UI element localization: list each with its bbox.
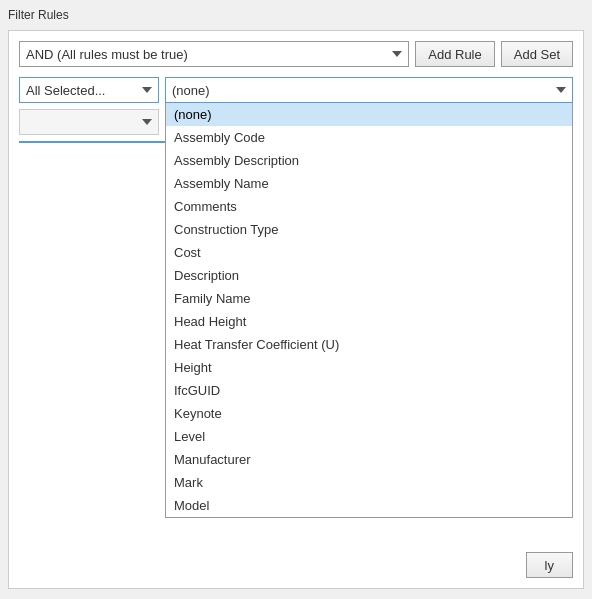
list-item[interactable]: Mark	[166, 471, 572, 494]
none-label: (none)	[172, 83, 210, 98]
list-item[interactable]: Assembly Name	[166, 172, 572, 195]
chevron-down-icon	[556, 87, 566, 93]
list-item[interactable]: (none)	[166, 103, 572, 126]
list-item[interactable]: Level	[166, 425, 572, 448]
none-select-trigger[interactable]: (none)	[165, 77, 573, 103]
list-item[interactable]: Manufacturer	[166, 448, 572, 471]
list-item[interactable]: Description	[166, 264, 572, 287]
list-item[interactable]: Heat Transfer Coefficient (U)	[166, 333, 572, 356]
list-item[interactable]: Comments	[166, 195, 572, 218]
list-item[interactable]: Keynote	[166, 402, 572, 425]
filter-row: All Selected... (none) (none)Assembly Co…	[19, 77, 573, 103]
ok-button[interactable]: ly	[526, 552, 573, 578]
add-set-button[interactable]: Add Set	[501, 41, 573, 67]
add-rule-button[interactable]: Add Rule	[415, 41, 494, 67]
list-item[interactable]: Assembly Code	[166, 126, 572, 149]
rule-operator-select[interactable]: AND (All rules must be true)	[19, 41, 409, 67]
list-item[interactable]: Cost	[166, 241, 572, 264]
list-item[interactable]: Construction Type	[166, 218, 572, 241]
list-item[interactable]: IfcGUID	[166, 379, 572, 402]
list-item[interactable]: Head Height	[166, 310, 572, 333]
dropdown-list: (none)Assembly CodeAssembly DescriptionA…	[165, 103, 573, 518]
list-item[interactable]: Assembly Description	[166, 149, 572, 172]
main-panel: AND (All rules must be true) Add Rule Ad…	[8, 30, 584, 589]
list-item[interactable]: Height	[166, 356, 572, 379]
list-item[interactable]: Model	[166, 494, 572, 517]
list-item[interactable]: Family Name	[166, 287, 572, 310]
section-title: Filter Rules	[8, 8, 584, 22]
bottom-btn-row: ly	[526, 552, 573, 578]
filter-rules-container: Filter Rules AND (All rules must be true…	[0, 0, 592, 599]
all-selected-select[interactable]: All Selected...	[19, 77, 159, 103]
none-select-container: (none) (none)Assembly CodeAssembly Descr…	[165, 77, 573, 103]
condition-select[interactable]	[19, 109, 159, 135]
toolbar-row: AND (All rules must be true) Add Rule Ad…	[19, 41, 573, 67]
